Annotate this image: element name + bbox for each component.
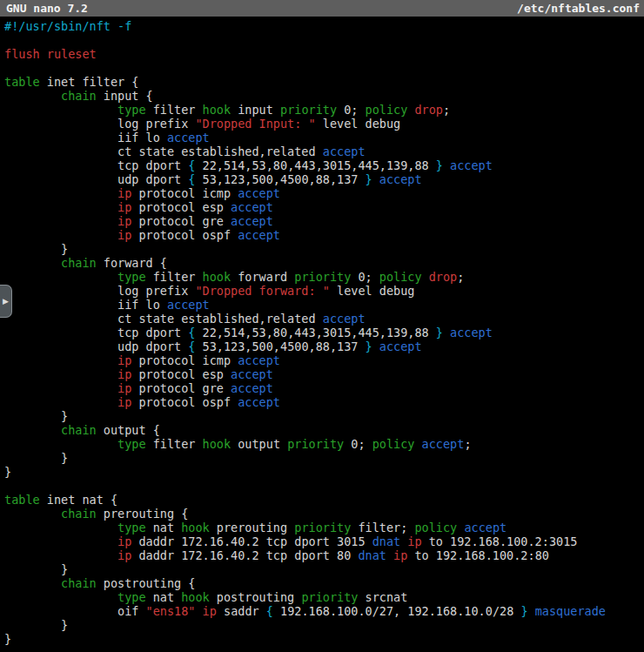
code-token: accept <box>379 172 422 186</box>
code-line: ip daddr 172.16.40.2 tcp dport 3015 dnat… <box>4 534 644 548</box>
code-token: ip <box>117 548 131 562</box>
code-token: 53,123,500,4500,88,137 <box>195 172 365 186</box>
code-token: table <box>4 493 40 507</box>
code-token: daddr 172.16.40.2 tcp dport 80 <box>131 548 358 562</box>
code-line: iif lo accept <box>4 131 644 145</box>
code-line <box>4 479 644 493</box>
code-token: ip <box>117 395 131 409</box>
code-line: log prefix "Dropped Input: " level debug <box>4 117 644 131</box>
code-token: ct state established,related <box>4 145 323 158</box>
code-token: 0; <box>344 437 372 451</box>
code-token: type <box>117 270 146 284</box>
code-line: } <box>4 618 644 632</box>
code-token: to 192.168.100.2:80 <box>407 548 549 562</box>
code-line: } <box>4 451 644 465</box>
code-token: type <box>117 437 146 451</box>
code-token: 53,123,500,4500,88,137 <box>195 339 365 353</box>
code-token: tcp dport <box>4 326 188 339</box>
code-token: prerouting <box>210 521 295 534</box>
code-token: accept <box>323 145 366 158</box>
code-token <box>4 200 117 214</box>
code-line: ip protocol esp accept <box>4 367 644 381</box>
code-line: ct state established,related accept <box>4 145 644 158</box>
code-token: input <box>231 103 280 117</box>
editor-body[interactable]: #!/usr/sbin/nft -f flush ruleset table i… <box>0 17 644 646</box>
code-token: chain <box>61 256 97 270</box>
code-token <box>4 590 117 604</box>
code-token: postrouting <box>210 590 302 604</box>
code-token: accept <box>422 437 465 451</box>
code-token <box>4 256 61 270</box>
code-line: ct state established,related accept <box>4 312 644 326</box>
code-token: nat <box>146 521 182 534</box>
code-token: hook <box>203 270 231 284</box>
code-token: accept <box>231 381 273 395</box>
code-line: type filter hook output priority 0; poli… <box>4 437 644 451</box>
code-token: udp dport <box>4 172 188 186</box>
code-token: ip <box>203 604 217 618</box>
code-token: hook <box>181 590 210 604</box>
chevron-right-icon: ▶ <box>3 297 9 306</box>
code-token: accept <box>323 312 366 326</box>
code-token: masquerade <box>535 604 606 618</box>
code-token: table <box>4 75 40 89</box>
code-line: tcp dport { 22,514,53,80,443,3015,445,13… <box>4 326 644 339</box>
code-token: } <box>4 562 68 576</box>
code-token: log prefix <box>4 117 195 131</box>
code-line: } <box>4 242 644 256</box>
code-line: } <box>4 562 644 576</box>
code-token <box>4 381 117 395</box>
code-token: } <box>4 465 11 479</box>
code-line: chain prerouting { <box>4 507 644 521</box>
code-token: } <box>520 604 527 618</box>
code-line: table inet nat { <box>4 493 644 507</box>
code-line: } <box>4 632 644 646</box>
code-token: } <box>366 339 372 353</box>
code-token <box>4 89 61 103</box>
code-token <box>372 172 379 186</box>
code-line: tcp dport { 22,514,53,80,443,3015,445,13… <box>4 158 644 172</box>
code-token: accept <box>231 200 273 214</box>
code-token <box>422 270 429 284</box>
code-token: saddr <box>217 604 266 618</box>
code-token: ip <box>117 353 131 367</box>
code-token: policy <box>372 437 415 451</box>
code-token: type <box>117 521 146 534</box>
code-token: iif lo <box>4 131 167 145</box>
code-token: prerouting { <box>97 507 189 521</box>
code-token: accept <box>238 353 280 367</box>
code-token: iif lo <box>4 298 167 312</box>
code-token: flush ruleset <box>4 47 97 61</box>
code-token <box>4 228 117 242</box>
code-line: flush ruleset <box>4 47 644 61</box>
code-token <box>4 423 61 437</box>
code-token <box>195 604 202 618</box>
code-token: 22,514,53,80,443,3015,445,139,88 <box>195 158 435 172</box>
code-token: filter <box>146 270 203 284</box>
code-token: filter <box>146 437 203 451</box>
code-token <box>443 326 450 339</box>
code-token: } <box>4 409 68 423</box>
code-token: protocol gre <box>131 214 231 228</box>
code-line: #!/usr/sbin/nft -f <box>4 19 644 33</box>
code-token: priority <box>301 590 358 604</box>
code-token <box>4 534 117 548</box>
code-token: chain <box>61 576 97 590</box>
code-token: #!/usr/sbin/nft -f <box>4 19 131 33</box>
code-token: hook <box>203 437 231 451</box>
code-token: forward <box>231 270 294 284</box>
code-token: ip <box>117 214 131 228</box>
code-token: } <box>4 451 68 465</box>
code-token: 0; <box>337 103 366 117</box>
code-token: priority <box>294 521 351 534</box>
code-token <box>4 270 117 284</box>
code-token: ip <box>117 381 131 395</box>
code-token: "ens18" <box>146 604 196 618</box>
code-token: inet filter { <box>40 75 139 89</box>
sidebar-toggle-handle[interactable]: ▶ <box>0 285 12 318</box>
code-token: tcp dport <box>4 158 188 172</box>
code-token: accept <box>167 298 210 312</box>
code-token: policy <box>379 270 422 284</box>
code-line: chain postrouting { <box>4 576 644 590</box>
code-token <box>443 158 450 172</box>
